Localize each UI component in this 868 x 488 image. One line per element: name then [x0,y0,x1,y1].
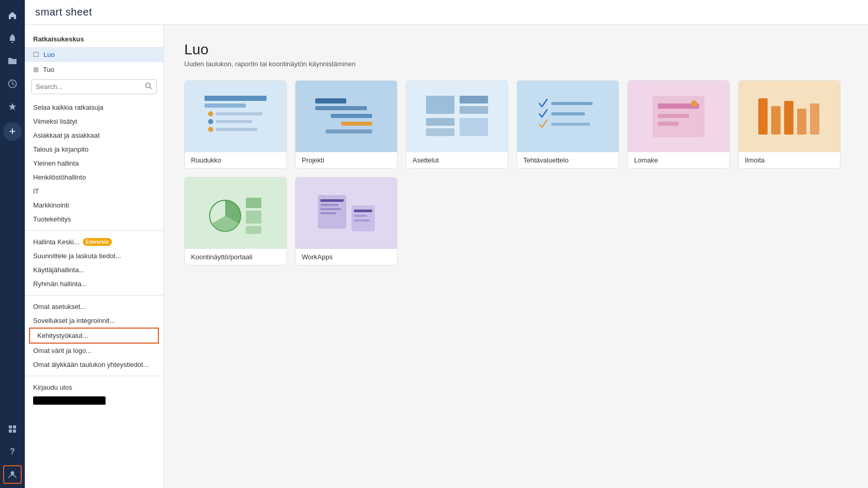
svg-rect-21 [460,96,488,103]
sidebar-apps-integrations[interactable]: Sovellukset ja integroinnit... [25,314,163,328]
svg-rect-12 [216,120,252,123]
svg-rect-26 [551,102,593,105]
sidebar: Ratkaisukeskus ☐ Luo ⊞ Tuo [25,25,164,488]
sidebar-admin-center[interactable]: Hallinta Keski... Esiversio [25,235,163,249]
template-projekti[interactable]: Projekti [295,80,398,169]
sidebar-cat-hr[interactable]: Henkilöstöhallinto [25,170,163,184]
sidebar-my-settings[interactable]: Omat asetukset... [25,300,163,314]
svg-rect-44 [320,199,344,202]
card-image-tehtavaluettelo [517,81,619,152]
svg-rect-31 [658,114,689,118]
svg-rect-32 [658,122,679,126]
svg-rect-50 [354,215,367,217]
svg-rect-42 [246,226,261,234]
template-tehtavaluettelo-label: Tehtävaluettelo [517,152,619,168]
sidebar-smart-contacts[interactable]: Omat älykkään taulukon yhteystiedot... [25,358,163,372]
svg-rect-19 [326,129,372,134]
search-input[interactable] [36,83,142,91]
sidebar-group-mgmt[interactable]: Ryhmän hallinta... [25,277,163,291]
card-image-asettelut [406,81,508,152]
svg-rect-28 [551,123,590,126]
template-asettelut-label: Asettelut [406,152,508,168]
sidebar-cat-it[interactable]: IT [25,184,163,198]
content-area: Ratkaisukeskus ☐ Luo ⊞ Tuo [25,25,868,488]
sidebar-item-tuo[interactable]: ⊞ Tuo [25,62,163,77]
svg-rect-14 [216,128,257,131]
svg-rect-40 [246,198,261,208]
sidebar-user-mgmt[interactable]: Käyttäjähallinta... [25,263,163,277]
main-panel: Luo Uuden taulukon, raportin tai koontin… [164,25,868,488]
card-image-ruudukko [185,81,286,152]
svg-rect-10 [216,112,262,115]
svg-rect-45 [320,204,339,206]
template-ilmoita[interactable]: Ilmoita [738,80,841,169]
divider-1 [25,230,163,231]
sidebar-logout[interactable]: Kirjaudu ulos [25,380,163,394]
svg-rect-24 [460,118,488,136]
svg-rect-47 [320,212,336,214]
sidebar-billing[interactable]: Suunnittele ja laskuta tiedot... [25,249,163,263]
svg-rect-17 [331,114,372,118]
template-grid: Ruudukko Projekti [184,80,847,265]
sidebar-cat-finance[interactable]: Talous ja kirjanpito [25,142,163,156]
bell-icon[interactable] [3,29,22,48]
sidebar-item-luo[interactable]: ☐ Luo [25,47,163,62]
search-box[interactable] [31,79,157,94]
clock-icon[interactable] [3,75,22,93]
svg-rect-18 [341,122,372,126]
svg-rect-16 [315,106,367,110]
svg-point-11 [208,119,213,124]
help-icon[interactable]: ? [3,442,22,461]
svg-rect-3 [9,430,12,433]
svg-rect-41 [246,211,261,224]
divider-2 [25,295,163,295]
sidebar-cat-marketing[interactable]: Markkinointi [25,198,163,212]
svg-rect-23 [426,118,454,126]
svg-rect-51 [354,219,370,221]
svg-rect-38 [810,103,819,135]
svg-rect-46 [320,208,341,210]
template-projekti-label: Projekti [296,152,397,168]
sidebar-cat-all[interactable]: Selaa kaikkia ratkaisuja [25,100,163,114]
template-lomake[interactable]: Lomake [627,80,730,169]
sidebar-dev-tools[interactable]: Kehitystyökalut... [29,328,159,344]
folder-icon[interactable] [3,52,22,70]
sidebar-section-title: Ratkaisukeskus [25,33,163,47]
svg-rect-15 [315,98,346,103]
page-title: Luo [184,41,847,58]
svg-rect-27 [551,112,585,115]
template-workapps[interactable]: WorkApps [295,177,398,265]
home-icon[interactable] [3,6,22,25]
star-icon[interactable] [3,97,22,116]
svg-rect-36 [784,101,793,135]
template-lomake-label: Lomake [628,152,729,168]
sidebar-cat-general[interactable]: Yleinen hallinta [25,156,163,170]
search-icon [145,82,152,91]
card-image-koontinaytto [185,178,286,249]
template-koontinaytto[interactable]: Koontinäyttö/portaali [184,177,287,265]
svg-rect-22 [460,106,488,114]
card-image-projekti [296,81,397,152]
svg-rect-20 [426,96,454,114]
svg-rect-37 [797,109,806,135]
import-icon: ⊞ [33,66,39,73]
svg-point-9 [208,111,213,116]
template-asettelut[interactable]: Asettelut [406,80,508,169]
template-workapps-label: WorkApps [296,249,397,265]
sidebar-cat-product[interactable]: Tuotekehitys [25,212,163,226]
user-icon[interactable] [3,465,22,484]
template-ruudukko[interactable]: Ruudukko [184,80,287,169]
plus-icon[interactable]: + [3,122,22,141]
main-wrapper: smart sheet Ratkaisukeskus ☐ Luo ⊞ Tuo [25,0,868,488]
sidebar-cat-recent[interactable]: Viimeksi lisätyt [25,114,163,128]
svg-point-33 [691,100,697,107]
sidebar-luo-label: Luo [43,51,55,58]
page-subtitle: Uuden taulukon, raportin tai koontinäytö… [184,60,847,68]
grid-icon[interactable] [3,420,22,438]
sidebar-colors-logo[interactable]: Omat värit ja logo... [25,344,163,358]
svg-point-13 [208,127,213,132]
sidebar-cat-customers[interactable]: Asiakkaat ja asiakkaat [25,128,163,142]
sidebar-tuo-label: Tuo [43,66,54,73]
doc-icon: ☐ [33,51,39,58]
template-tehtavaluettelo[interactable]: Tehtävaluettelo [517,80,619,169]
